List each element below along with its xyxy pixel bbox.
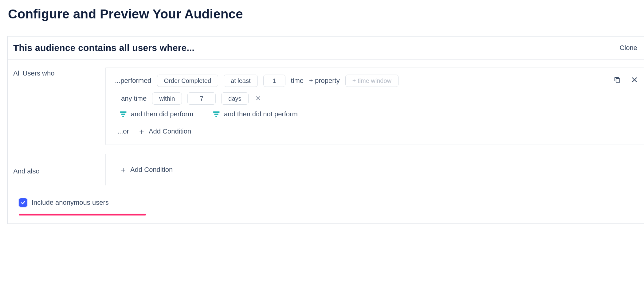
page-title: Configure and Preview Your Audience xyxy=(8,7,644,21)
include-anonymous-label: Include anonymous users xyxy=(32,199,109,207)
clear-time-window-icon[interactable]: ✕ xyxy=(254,95,262,103)
condition-actions xyxy=(612,75,640,85)
condition-line-2: any time within 7 days ✕ xyxy=(121,92,640,105)
then-did-not-perform-button[interactable]: and then did not perform xyxy=(213,110,298,118)
audience-panel: This audience contains all users where..… xyxy=(7,36,644,224)
add-or-condition-button[interactable]: ＋ Add Condition xyxy=(138,127,191,135)
time-label: time xyxy=(291,77,304,85)
all-users-who-label: All Users who xyxy=(13,68,105,77)
within-select[interactable]: within xyxy=(152,92,182,105)
clone-button[interactable]: Clone xyxy=(620,44,637,52)
performed-label: ...performed xyxy=(115,77,151,85)
condition-line-1: ...performed Order Completed at least 1 … xyxy=(115,75,640,87)
highlight-underline xyxy=(19,214,146,215)
time-window-button[interactable]: + time window xyxy=(345,75,399,87)
or-add-condition-row: ...or ＋ Add Condition xyxy=(117,127,640,135)
svg-rect-0 xyxy=(616,79,620,82)
and-also-row: And also ＋ Add Condition xyxy=(13,154,644,185)
funnel-icon xyxy=(120,111,127,117)
condition-row: All Users who xyxy=(13,68,644,145)
then-did-not-perform-label: and then did not perform xyxy=(224,110,298,118)
then-did-perform-button[interactable]: and then did perform xyxy=(120,110,193,118)
any-time-label: any time xyxy=(121,95,147,103)
comparator-select[interactable]: at least xyxy=(224,75,257,87)
add-condition-label: Add Condition xyxy=(149,127,191,135)
panel-body: All Users who xyxy=(8,60,644,223)
or-label: ...or xyxy=(117,127,129,135)
within-value-input[interactable]: 7 xyxy=(187,92,216,105)
then-did-perform-label: and then did perform xyxy=(131,110,193,118)
include-anonymous-row: Include anonymous users xyxy=(19,198,109,207)
add-property-button[interactable]: + property xyxy=(309,77,340,85)
include-anonymous-section: Include anonymous users xyxy=(19,198,146,215)
within-unit-select[interactable]: days xyxy=(221,92,248,105)
and-also-rail: ＋ Add Condition xyxy=(105,154,644,185)
panel-heading: This audience contains all users where..… xyxy=(13,43,194,53)
funnel-icon xyxy=(213,111,220,117)
plus-icon: ＋ xyxy=(138,127,146,135)
event-select[interactable]: Order Completed xyxy=(157,75,218,87)
count-input[interactable]: 1 xyxy=(263,75,285,87)
add-condition-label: Add Condition xyxy=(130,166,173,174)
duplicate-icon[interactable] xyxy=(612,75,622,85)
plus-icon: ＋ xyxy=(119,166,127,174)
remove-condition-icon[interactable] xyxy=(629,75,640,85)
panel-header: This audience contains all users where..… xyxy=(8,37,644,60)
condition-builder: ...performed Order Completed at least 1 … xyxy=(105,68,644,145)
check-icon xyxy=(20,200,26,205)
funnel-options: and then did perform and then did not pe… xyxy=(120,110,640,118)
include-anonymous-checkbox[interactable] xyxy=(19,198,27,207)
and-also-label: And also xyxy=(13,164,105,175)
add-and-condition-button[interactable]: ＋ Add Condition xyxy=(119,166,173,174)
